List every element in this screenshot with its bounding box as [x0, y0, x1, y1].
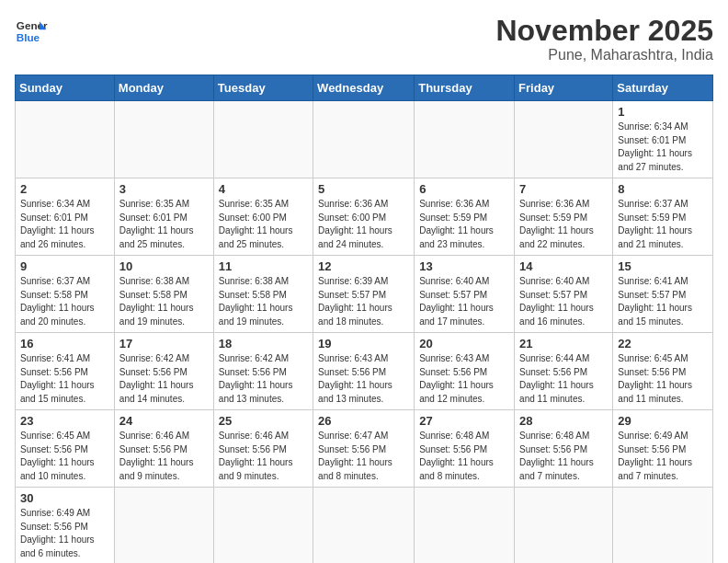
day-number: 12: [318, 259, 409, 273]
day-number: 10: [119, 259, 209, 273]
calendar-cell: 10Sunrise: 6:38 AM Sunset: 5:58 PM Dayli…: [114, 256, 213, 333]
weekday-header-row: SundayMondayTuesdayWednesdayThursdayFrid…: [16, 75, 713, 101]
calendar-table: SundayMondayTuesdayWednesdayThursdayFrid…: [15, 75, 713, 563]
calendar-cell: 9Sunrise: 6:37 AM Sunset: 5:58 PM Daylig…: [16, 256, 115, 333]
day-info: Sunrise: 6:39 AM Sunset: 5:57 PM Dayligh…: [318, 275, 409, 328]
day-number: 13: [419, 259, 509, 273]
day-info: Sunrise: 6:36 AM Sunset: 6:00 PM Dayligh…: [318, 198, 409, 251]
day-info: Sunrise: 6:37 AM Sunset: 5:58 PM Dayligh…: [20, 275, 109, 328]
calendar-row: 9Sunrise: 6:37 AM Sunset: 5:58 PM Daylig…: [16, 256, 713, 333]
calendar-cell: 13Sunrise: 6:40 AM Sunset: 5:57 PM Dayli…: [415, 256, 515, 333]
day-info: Sunrise: 6:35 AM Sunset: 6:01 PM Dayligh…: [119, 198, 209, 251]
calendar-cell: [16, 101, 115, 178]
day-number: 6: [419, 182, 509, 196]
calendar-cell: [114, 101, 213, 178]
logo-icon: General Blue: [15, 15, 48, 48]
calendar-cell: 11Sunrise: 6:38 AM Sunset: 5:58 PM Dayli…: [213, 256, 313, 333]
day-info: Sunrise: 6:44 AM Sunset: 5:56 PM Dayligh…: [519, 352, 608, 406]
calendar-cell: 14Sunrise: 6:40 AM Sunset: 5:57 PM Dayli…: [515, 256, 613, 333]
calendar-cell: 2Sunrise: 6:34 AM Sunset: 6:01 PM Daylig…: [16, 178, 115, 256]
calendar-cell: 6Sunrise: 6:36 AM Sunset: 5:59 PM Daylig…: [415, 178, 515, 256]
weekday-header-thursday: Thursday: [415, 75, 515, 101]
day-number: 9: [20, 259, 109, 273]
calendar-cell: 1Sunrise: 6:34 AM Sunset: 6:01 PM Daylig…: [613, 101, 713, 178]
day-info: Sunrise: 6:34 AM Sunset: 6:01 PM Dayligh…: [618, 121, 708, 174]
location: Pune, Maharashtra, India: [495, 47, 713, 63]
day-number: 4: [219, 182, 308, 196]
day-info: Sunrise: 6:48 AM Sunset: 5:56 PM Dayligh…: [419, 430, 509, 483]
day-number: 2: [20, 182, 109, 196]
calendar-row: 16Sunrise: 6:41 AM Sunset: 5:56 PM Dayli…: [16, 333, 713, 410]
day-info: Sunrise: 6:34 AM Sunset: 6:01 PM Dayligh…: [20, 198, 109, 251]
calendar-cell: 15Sunrise: 6:41 AM Sunset: 5:57 PM Dayli…: [613, 256, 713, 333]
calendar-cell: 17Sunrise: 6:42 AM Sunset: 5:56 PM Dayli…: [114, 333, 213, 410]
day-number: 11: [219, 259, 308, 273]
day-number: 19: [318, 337, 409, 350]
svg-text:General: General: [17, 19, 48, 31]
day-info: Sunrise: 6:42 AM Sunset: 5:56 PM Dayligh…: [219, 352, 308, 406]
day-number: 22: [618, 337, 708, 350]
calendar-cell: 28Sunrise: 6:48 AM Sunset: 5:56 PM Dayli…: [515, 410, 613, 488]
day-info: Sunrise: 6:36 AM Sunset: 5:59 PM Dayligh…: [519, 198, 608, 251]
day-info: Sunrise: 6:42 AM Sunset: 5:56 PM Dayligh…: [119, 352, 209, 406]
day-info: Sunrise: 6:46 AM Sunset: 5:56 PM Dayligh…: [119, 430, 209, 483]
page-header: General Blue General Blue November 2025 …: [15, 15, 713, 63]
day-info: Sunrise: 6:45 AM Sunset: 5:56 PM Dayligh…: [20, 430, 109, 483]
day-number: 25: [219, 414, 308, 428]
day-number: 29: [618, 414, 708, 428]
calendar-cell: 22Sunrise: 6:45 AM Sunset: 5:56 PM Dayli…: [613, 333, 713, 410]
day-number: 16: [20, 337, 109, 350]
day-info: Sunrise: 6:49 AM Sunset: 5:56 PM Dayligh…: [20, 507, 109, 560]
day-number: 24: [119, 414, 209, 428]
title-block: November 2025 Pune, Maharashtra, India: [495, 15, 713, 63]
calendar-cell: [114, 488, 213, 563]
day-number: 20: [419, 337, 509, 350]
calendar-cell: 21Sunrise: 6:44 AM Sunset: 5:56 PM Dayli…: [515, 333, 613, 410]
calendar-cell: 25Sunrise: 6:46 AM Sunset: 5:56 PM Dayli…: [213, 410, 313, 488]
day-number: 5: [318, 182, 409, 196]
day-info: Sunrise: 6:35 AM Sunset: 6:00 PM Dayligh…: [219, 198, 308, 251]
calendar-cell: 30Sunrise: 6:49 AM Sunset: 5:56 PM Dayli…: [16, 488, 115, 563]
calendar-cell: 19Sunrise: 6:43 AM Sunset: 5:56 PM Dayli…: [313, 333, 415, 410]
day-number: 3: [119, 182, 209, 196]
day-number: 8: [618, 182, 708, 196]
day-info: Sunrise: 6:49 AM Sunset: 5:56 PM Dayligh…: [618, 430, 708, 483]
day-number: 30: [20, 491, 109, 505]
weekday-header-monday: Monday: [114, 75, 213, 101]
day-info: Sunrise: 6:38 AM Sunset: 5:58 PM Dayligh…: [219, 275, 308, 328]
calendar-cell: [515, 101, 613, 178]
calendar-cell: [213, 101, 313, 178]
calendar-cell: 8Sunrise: 6:37 AM Sunset: 5:59 PM Daylig…: [613, 178, 713, 256]
weekday-header-tuesday: Tuesday: [213, 75, 313, 101]
calendar-cell: [415, 488, 515, 563]
day-number: 17: [119, 337, 209, 350]
svg-text:Blue: Blue: [17, 31, 40, 43]
calendar-cell: 3Sunrise: 6:35 AM Sunset: 6:01 PM Daylig…: [114, 178, 213, 256]
calendar-cell: [515, 488, 613, 563]
calendar-cell: 24Sunrise: 6:46 AM Sunset: 5:56 PM Dayli…: [114, 410, 213, 488]
day-info: Sunrise: 6:41 AM Sunset: 5:57 PM Dayligh…: [618, 275, 708, 328]
calendar-cell: 20Sunrise: 6:43 AM Sunset: 5:56 PM Dayli…: [415, 333, 515, 410]
day-number: 23: [20, 414, 109, 428]
day-number: 27: [419, 414, 509, 428]
weekday-header-wednesday: Wednesday: [313, 75, 415, 101]
calendar-cell: 27Sunrise: 6:48 AM Sunset: 5:56 PM Dayli…: [415, 410, 515, 488]
calendar-cell: 4Sunrise: 6:35 AM Sunset: 6:00 PM Daylig…: [213, 178, 313, 256]
day-info: Sunrise: 6:38 AM Sunset: 5:58 PM Dayligh…: [119, 275, 209, 328]
calendar-row: 1Sunrise: 6:34 AM Sunset: 6:01 PM Daylig…: [16, 101, 713, 178]
day-number: 14: [519, 259, 608, 273]
day-number: 15: [618, 259, 708, 273]
calendar-cell: 7Sunrise: 6:36 AM Sunset: 5:59 PM Daylig…: [515, 178, 613, 256]
calendar-cell: 5Sunrise: 6:36 AM Sunset: 6:00 PM Daylig…: [313, 178, 415, 256]
day-info: Sunrise: 6:41 AM Sunset: 5:56 PM Dayligh…: [20, 352, 109, 406]
month-title: November 2025: [495, 15, 713, 47]
calendar-cell: [415, 101, 515, 178]
day-number: 7: [519, 182, 608, 196]
day-info: Sunrise: 6:43 AM Sunset: 5:56 PM Dayligh…: [419, 352, 509, 406]
calendar-cell: 29Sunrise: 6:49 AM Sunset: 5:56 PM Dayli…: [613, 410, 713, 488]
calendar-row: 2Sunrise: 6:34 AM Sunset: 6:01 PM Daylig…: [16, 178, 713, 256]
logo: General Blue General Blue: [15, 15, 48, 48]
day-info: Sunrise: 6:40 AM Sunset: 5:57 PM Dayligh…: [519, 275, 608, 328]
day-number: 26: [318, 414, 409, 428]
calendar-cell: [213, 488, 313, 563]
